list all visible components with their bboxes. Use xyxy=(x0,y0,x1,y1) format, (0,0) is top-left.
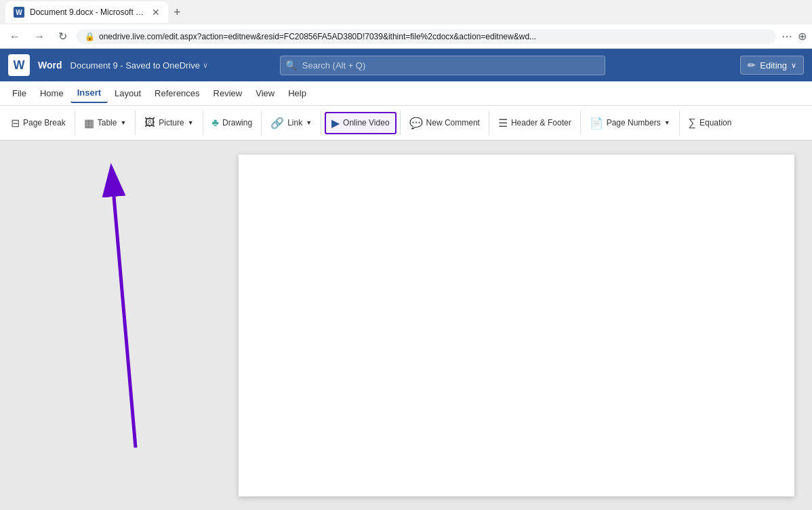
new-comment-button[interactable]: 💬 New Comment xyxy=(404,113,485,133)
document-page[interactable] xyxy=(239,155,794,496)
page-numbers-label: Page Numbers xyxy=(607,118,661,128)
picture-label: Picture xyxy=(159,118,184,128)
page-break-label: Page Break xyxy=(23,118,66,128)
separator-2 xyxy=(135,111,136,135)
arrow-annotation xyxy=(0,141,220,510)
menu-item-references[interactable]: References xyxy=(148,84,206,102)
link-icon: 🔗 xyxy=(270,117,284,130)
header-footer-icon: ☰ xyxy=(498,117,508,130)
active-tab[interactable]: W Document 9.docx - Microsoft Wo ✕ xyxy=(5,1,168,23)
menu-item-help[interactable]: Help xyxy=(281,84,313,102)
pencil-icon: ✏ xyxy=(748,60,756,71)
word-favicon-letter: W xyxy=(16,9,22,16)
page-numbers-dropdown-icon: ▼ xyxy=(664,119,670,126)
separator-5 xyxy=(321,111,321,135)
drawing-label: Drawing xyxy=(222,118,252,128)
tab-title: Document 9.docx - Microsoft Wo xyxy=(30,7,146,17)
editing-button[interactable]: ✏ Editing ∨ xyxy=(740,56,804,75)
lock-icon: 🔒 xyxy=(85,32,95,41)
equation-button[interactable]: ∑ Equation xyxy=(683,113,737,132)
ribbon-menu-bar: File Home Insert Layout References Revie… xyxy=(0,81,812,106)
word-app-name: Word xyxy=(38,60,62,71)
online-video-icon: ▶ xyxy=(331,117,340,130)
picture-button[interactable]: 🖼 Picture ▼ xyxy=(139,113,199,132)
svg-line-1 xyxy=(114,197,136,448)
separator-1 xyxy=(75,111,75,135)
separator-8 xyxy=(580,111,581,135)
word-doc-name: Document 9 - Saved to OneDrive ∨ xyxy=(70,60,208,71)
menu-item-file[interactable]: File xyxy=(5,84,33,102)
document-area xyxy=(0,141,812,510)
new-tab-button[interactable]: + xyxy=(171,3,184,22)
link-dropdown-icon: ▼ xyxy=(306,119,312,126)
back-button[interactable]: ← xyxy=(5,28,24,45)
menu-item-review[interactable]: Review xyxy=(207,84,249,102)
page-break-button[interactable]: ⊟ Page Break xyxy=(5,113,71,133)
separator-6 xyxy=(400,111,401,135)
online-video-label: Online Video xyxy=(343,118,390,128)
document-content xyxy=(220,141,812,510)
menu-item-layout[interactable]: Layout xyxy=(108,84,148,102)
word-logo: W xyxy=(8,54,30,76)
word-logo-letter: W xyxy=(14,58,25,73)
menu-item-insert[interactable]: Insert xyxy=(70,83,108,103)
link-label: Link xyxy=(287,118,302,128)
separator-3 xyxy=(203,111,203,135)
page-numbers-icon: 📄 xyxy=(590,117,603,130)
word-title-bar: W Word Document 9 - Saved to OneDrive ∨ … xyxy=(0,49,812,81)
document-sidebar xyxy=(0,141,220,510)
header-footer-button[interactable]: ☰ Header & Footer xyxy=(493,113,577,133)
menu-item-home[interactable]: Home xyxy=(33,84,70,102)
table-dropdown-icon: ▼ xyxy=(120,119,126,126)
address-bar: ← → ↻ 🔒 onedrive.live.com/edit.aspx?acti… xyxy=(0,24,812,49)
tab-favicon: W xyxy=(14,7,24,18)
separator-4 xyxy=(261,111,262,135)
word-search-bar[interactable]: 🔍 xyxy=(280,56,605,75)
online-video-button[interactable]: ▶ Online Video xyxy=(325,112,397,134)
forward-button[interactable]: → xyxy=(30,28,49,45)
tab-close-icon[interactable]: ✕ xyxy=(152,7,160,18)
url-text: onedrive.live.com/edit.aspx?action=editn… xyxy=(99,32,768,41)
table-button[interactable]: ▦ Table ▼ xyxy=(79,113,132,133)
page-break-icon: ⊟ xyxy=(11,117,20,130)
new-comment-label: New Comment xyxy=(426,118,480,128)
doc-name-chevron: ∨ xyxy=(203,61,208,70)
drawing-button[interactable]: ♣ Drawing xyxy=(207,113,258,132)
equation-label: Equation xyxy=(699,118,731,128)
ribbon-toolbar: ⊟ Page Break ▦ Table ▼ 🖼 Picture ▼ ♣ Dra… xyxy=(0,106,812,141)
equation-icon: ∑ xyxy=(689,117,696,129)
page-numbers-button[interactable]: 📄 Page Numbers ▼ xyxy=(584,113,676,133)
word-search-input[interactable] xyxy=(280,56,605,75)
new-comment-icon: 💬 xyxy=(409,117,423,130)
table-icon: ▦ xyxy=(84,117,94,130)
picture-dropdown-icon: ▼ xyxy=(188,119,194,126)
drawing-icon: ♣ xyxy=(212,117,220,129)
search-icon: 🔍 xyxy=(285,60,297,71)
browser-search-button[interactable]: ⋯ xyxy=(781,30,792,43)
picture-icon: 🖼 xyxy=(144,117,155,129)
tab-bar: W Document 9.docx - Microsoft Wo ✕ + xyxy=(0,0,812,24)
url-bar[interactable]: 🔒 onedrive.live.com/edit.aspx?action=edi… xyxy=(77,29,776,44)
profile-button[interactable]: ⊕ xyxy=(798,30,807,43)
table-label: Table xyxy=(98,118,117,128)
separator-9 xyxy=(679,111,680,135)
reload-button[interactable]: ↻ xyxy=(54,27,71,45)
link-button[interactable]: 🔗 Link ▼ xyxy=(265,113,317,133)
editing-label: Editing xyxy=(760,60,787,71)
header-footer-label: Header & Footer xyxy=(511,118,571,128)
editing-chevron: ∨ xyxy=(791,61,796,70)
menu-item-view[interactable]: View xyxy=(249,84,281,102)
browser-chrome: W Document 9.docx - Microsoft Wo ✕ + ← →… xyxy=(0,0,812,49)
separator-7 xyxy=(489,111,489,135)
